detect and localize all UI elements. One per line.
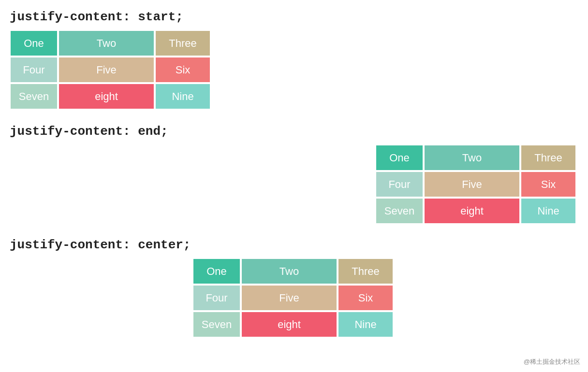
section-start-label: justify-content: start; [10,10,578,24]
list-item: Three [155,30,211,57]
list-item: Seven [375,198,424,224]
center-wrapper: One Two Three Four Five Six Seven eight … [10,258,578,338]
list-item: Nine [338,311,394,338]
list-item: eight [241,311,338,338]
list-item: Six [338,285,394,311]
list-item: Two [241,258,338,285]
list-item: Three [338,258,394,285]
section-end-label: justify-content: end; [10,124,578,139]
list-item: Four [375,171,424,198]
list-item: Nine [155,83,211,110]
section-start: justify-content: start; One Two Three Fo… [10,10,578,110]
watermark: @稀土掘金技术社区 [524,358,580,366]
flex-grid-end: One Two Three Four Five Six Seven eight … [375,144,578,224]
list-item: One [10,30,58,57]
flex-grid-center: One Two Three Four Five Six Seven eight … [192,258,396,338]
list-item: Four [192,285,241,311]
list-item: Six [520,171,576,198]
list-item: Five [58,57,155,83]
list-item: Five [424,171,520,198]
list-item: Five [241,285,338,311]
list-item: eight [424,198,520,224]
list-item: Two [424,144,520,171]
list-item: One [375,144,424,171]
section-center: justify-content: center; One Two Three F… [10,238,578,338]
list-item: Nine [520,198,576,224]
list-item: Seven [10,83,58,110]
section-end: justify-content: end; One Two Three Four… [10,124,578,224]
list-item: Six [155,57,211,83]
list-item: Four [10,57,58,83]
list-item: eight [58,83,155,110]
list-item: Two [58,30,155,57]
list-item: Three [520,144,576,171]
end-wrapper: One Two Three Four Five Six Seven eight … [10,144,578,224]
flex-grid-start: One Two Three Four Five Six Seven eight … [10,30,213,110]
list-item: Seven [192,311,241,338]
section-center-label: justify-content: center; [10,238,578,252]
list-item: One [192,258,241,285]
